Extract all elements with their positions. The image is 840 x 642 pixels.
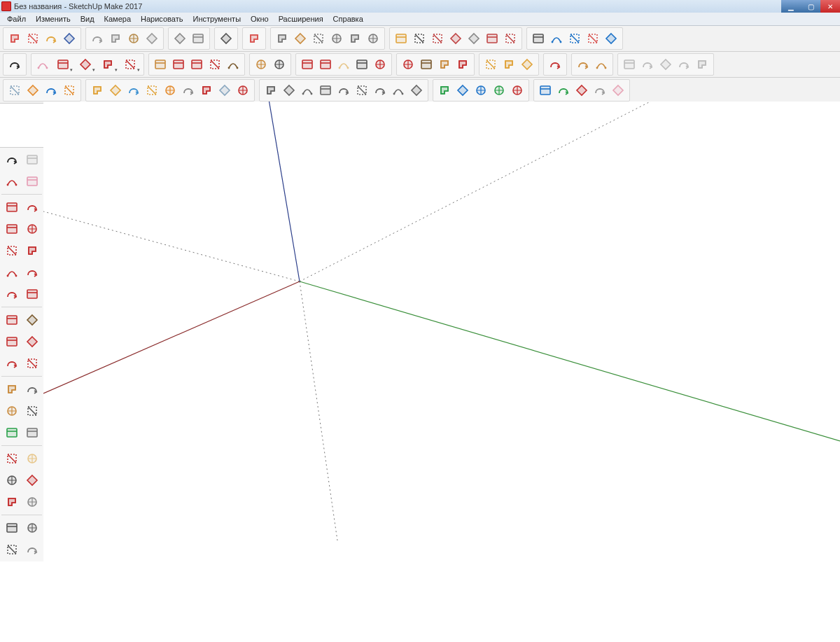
- menu-расширения[interactable]: Расширения: [274, 14, 328, 24]
- orbit-icon[interactable]: [316, 55, 335, 74]
- curve-icon[interactable]: [407, 81, 426, 99]
- su-eraser-icon[interactable]: [22, 172, 42, 191]
- zoom-extents-icon[interactable]: [371, 55, 389, 74]
- su-polygon-icon[interactable]: [22, 284, 42, 304]
- cut-icon[interactable]: [88, 29, 106, 48]
- select-blue-dashed-icon[interactable]: [42, 81, 60, 99]
- section-solid-grey-icon[interactable]: [465, 29, 483, 48]
- su-zoom-window-icon[interactable]: [22, 470, 42, 490]
- su-previous-view-icon[interactable]: [22, 492, 42, 512]
- eraser-icon[interactable]: [34, 55, 52, 74]
- spiral-06-icon[interactable]: [353, 81, 371, 99]
- menu-изменить[interactable]: Изменить: [31, 14, 75, 24]
- redo-icon[interactable]: [189, 29, 207, 48]
- move-tool-icon[interactable]: [188, 55, 206, 74]
- paint-bucket-icon[interactable]: [298, 55, 316, 74]
- wave-icon[interactable]: [389, 81, 407, 99]
- su-follow-me-icon[interactable]: [22, 332, 42, 351]
- warehouse-building-02-icon[interactable]: [291, 29, 309, 48]
- curve-red-icon[interactable]: [573, 81, 591, 99]
- follow-me-icon[interactable]: [169, 55, 188, 74]
- line-style-01-icon[interactable]: [6, 81, 24, 99]
- spiral-01-icon[interactable]: [262, 81, 280, 99]
- su-scale-icon[interactable]: [2, 354, 22, 373]
- transition-icon[interactable]: [584, 29, 602, 48]
- new-from-template-icon[interactable]: [24, 29, 42, 48]
- crop-corner-icon[interactable]: [536, 81, 554, 99]
- warehouse-house-01-icon[interactable]: [309, 29, 328, 48]
- solid-split-icon[interactable]: [693, 55, 711, 74]
- spiral-02-icon[interactable]: [280, 81, 298, 99]
- animation-settings-icon[interactable]: [566, 29, 584, 48]
- viewport-3d[interactable]: [43, 102, 840, 642]
- warehouse-building-01-icon[interactable]: [273, 29, 291, 48]
- photo-textures-icon[interactable]: [417, 55, 435, 74]
- menu-файл[interactable]: Файл: [3, 14, 30, 24]
- solid-trim-icon[interactable]: [675, 55, 693, 74]
- su-arc2-icon[interactable]: [22, 241, 42, 260]
- extrude-02-icon[interactable]: [143, 81, 161, 99]
- line-tool-icon[interactable]: ▾: [52, 55, 74, 74]
- arrows-down-green-icon[interactable]: [490, 81, 508, 99]
- scissors-red-icon[interactable]: [197, 81, 216, 99]
- print-icon[interactable]: [217, 29, 235, 48]
- make-group-icon[interactable]: [500, 55, 518, 74]
- select-arrow-icon[interactable]: [6, 55, 24, 74]
- solid-union-icon[interactable]: [620, 55, 638, 74]
- su-protractor-icon[interactable]: [2, 401, 22, 421]
- section-plane-icon[interactable]: [574, 55, 592, 74]
- su-select-icon[interactable]: [2, 150, 22, 169]
- knife-icon[interactable]: [179, 81, 197, 99]
- select-orange-dashed-icon[interactable]: [24, 81, 42, 99]
- su-freehand-icon[interactable]: [22, 197, 42, 217]
- window-minimize-button[interactable]: ▁: [781, 0, 801, 13]
- su-pie-icon[interactable]: [2, 284, 22, 304]
- undo-icon[interactable]: [171, 29, 189, 48]
- add-location-icon[interactable]: [399, 55, 417, 74]
- su-line-icon[interactable]: [2, 197, 22, 217]
- warehouse-house-03-icon[interactable]: [346, 29, 364, 48]
- warehouse-box-icon[interactable]: [364, 29, 382, 48]
- frame-tool-icon[interactable]: [216, 81, 234, 99]
- su-zoom-icon[interactable]: [2, 470, 22, 490]
- solid-subtract-icon[interactable]: [657, 55, 675, 74]
- spiral-03-icon[interactable]: [298, 81, 316, 99]
- su-move-icon[interactable]: [2, 310, 22, 330]
- menu-нарисовать[interactable]: Нарисовать: [136, 14, 187, 24]
- su-offset-icon[interactable]: [22, 354, 42, 373]
- menu-вид[interactable]: Вид: [76, 14, 99, 24]
- copy-icon[interactable]: [106, 29, 125, 48]
- frame-strike-icon[interactable]: [234, 81, 252, 99]
- warehouse-house-02-icon[interactable]: [328, 29, 346, 48]
- su-zoom-extents-icon[interactable]: [2, 492, 22, 512]
- lasso-arrow-icon[interactable]: [60, 81, 78, 99]
- su-2pt-arc-icon[interactable]: [2, 263, 22, 282]
- su-text-icon[interactable]: [22, 401, 42, 421]
- extrude-01-icon[interactable]: [125, 81, 143, 99]
- menu-инструменты[interactable]: Инструменты: [188, 14, 245, 24]
- menu-справка[interactable]: Справка: [329, 14, 368, 24]
- walk-icon[interactable]: [592, 55, 610, 74]
- paste-icon[interactable]: [125, 29, 143, 48]
- su-3pt-arc-icon[interactable]: [22, 263, 42, 282]
- extrude-03-icon[interactable]: [161, 81, 179, 99]
- scale-tool-icon[interactable]: [224, 55, 242, 74]
- su-rectangle-icon[interactable]: [2, 219, 22, 239]
- spiral-04-icon[interactable]: [316, 81, 335, 99]
- su-walk-icon[interactable]: [2, 540, 22, 559]
- su-axes-set-icon[interactable]: [2, 423, 22, 442]
- text-label-icon[interactable]: [270, 55, 288, 74]
- model-info-icon[interactable]: [245, 29, 263, 48]
- flip-face-02-icon[interactable]: [454, 81, 472, 99]
- rotate-tool-icon[interactable]: [206, 55, 224, 74]
- solid-intersect-icon[interactable]: [638, 55, 657, 74]
- su-rotate-icon[interactable]: [2, 332, 22, 351]
- scenes-clapper-icon[interactable]: [529, 29, 547, 48]
- section-solid-red-icon[interactable]: [447, 29, 465, 48]
- window-maximize-button[interactable]: ▢: [801, 0, 820, 13]
- new-file-icon[interactable]: [6, 29, 24, 48]
- su-arc1-icon[interactable]: [22, 219, 42, 239]
- circle-tool-icon[interactable]: ▾: [119, 55, 141, 74]
- window-close-button[interactable]: ✕: [820, 0, 840, 13]
- spiral-05-icon[interactable]: [335, 81, 353, 99]
